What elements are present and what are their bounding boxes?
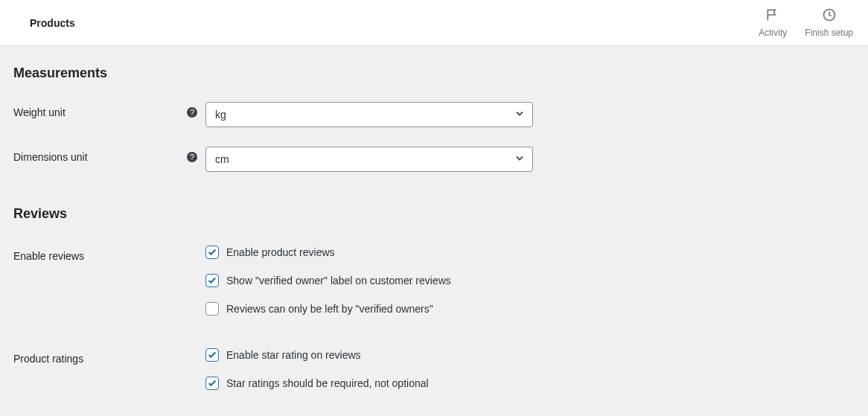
enable-reviews-controls: Enable product reviews Show "verified ow… — [205, 246, 855, 316]
dimensions-unit-select-wrap: cm — [205, 147, 533, 172]
verified-owners-only-checkbox[interactable] — [205, 302, 219, 316]
dimensions-unit-row: Dimensions unit ? cm — [13, 147, 855, 172]
weight-unit-select-wrap: kg — [205, 102, 533, 127]
measurements-heading: Measurements — [13, 65, 855, 81]
enable-reviews-row: Enable reviews Enable product reviews Sh… — [13, 246, 855, 316]
dimensions-unit-select[interactable]: cm — [205, 147, 533, 172]
activity-label: Activity — [759, 28, 787, 38]
verified-owners-only-label: Reviews can only be left by "verified ow… — [226, 303, 433, 315]
enable-product-reviews-label: Enable product reviews — [226, 246, 335, 258]
page-title: Products — [30, 17, 75, 29]
enable-product-reviews-row: Enable product reviews — [205, 246, 855, 259]
product-ratings-controls: Enable star rating on reviews Star ratin… — [205, 348, 855, 390]
activity-button[interactable]: Activity — [759, 7, 787, 38]
help-icon[interactable]: ? — [186, 151, 198, 163]
reviews-heading: Reviews — [13, 206, 855, 222]
dimensions-unit-control: cm — [205, 147, 855, 172]
verified-owner-label-row: Show "verified owner" label on customer … — [205, 274, 855, 287]
finish-setup-button[interactable]: Finish setup — [805, 7, 853, 38]
product-ratings-label-col: Product ratings — [13, 348, 205, 365]
weight-unit-label: Weight unit — [13, 106, 66, 118]
clock-icon — [822, 7, 837, 25]
enable-star-rating-checkbox[interactable] — [205, 348, 219, 362]
star-rating-required-checkbox[interactable] — [205, 377, 219, 390]
enable-product-reviews-checkbox[interactable] — [205, 246, 219, 259]
verified-owner-label-text: Show "verified owner" label on customer … — [226, 275, 451, 287]
weight-unit-control: kg — [205, 102, 855, 127]
enable-reviews-label-col: Enable reviews — [13, 246, 205, 262]
weight-unit-label-col: Weight unit ? — [13, 102, 205, 118]
enable-star-rating-label: Enable star rating on reviews — [226, 349, 361, 361]
enable-reviews-label: Enable reviews — [13, 250, 84, 262]
topbar: Products Activity Finish setup — [0, 0, 868, 46]
settings-content: Measurements Weight unit ? kg Dimensions… — [0, 46, 868, 416]
product-ratings-row: Product ratings Enable star rating on re… — [13, 348, 855, 390]
star-rating-required-label: Star ratings should be required, not opt… — [226, 377, 429, 389]
svg-text:?: ? — [190, 108, 194, 117]
dimensions-unit-value: cm — [215, 153, 229, 165]
weight-unit-select[interactable]: kg — [205, 102, 533, 127]
help-icon[interactable]: ? — [186, 106, 198, 118]
star-rating-required-row: Star ratings should be required, not opt… — [205, 377, 855, 390]
weight-unit-row: Weight unit ? kg — [13, 102, 855, 127]
dimensions-unit-label-col: Dimensions unit ? — [13, 147, 205, 163]
verified-owners-only-row: Reviews can only be left by "verified ow… — [205, 302, 855, 316]
weight-unit-value: kg — [215, 109, 226, 121]
topbar-actions: Activity Finish setup — [759, 7, 853, 38]
verified-owner-label-checkbox[interactable] — [205, 274, 219, 287]
product-ratings-label: Product ratings — [13, 353, 83, 365]
finish-setup-label: Finish setup — [805, 28, 853, 38]
dimensions-unit-label: Dimensions unit — [13, 151, 88, 163]
enable-star-rating-row: Enable star rating on reviews — [205, 348, 855, 362]
flag-icon — [765, 7, 780, 25]
svg-text:?: ? — [190, 153, 194, 161]
